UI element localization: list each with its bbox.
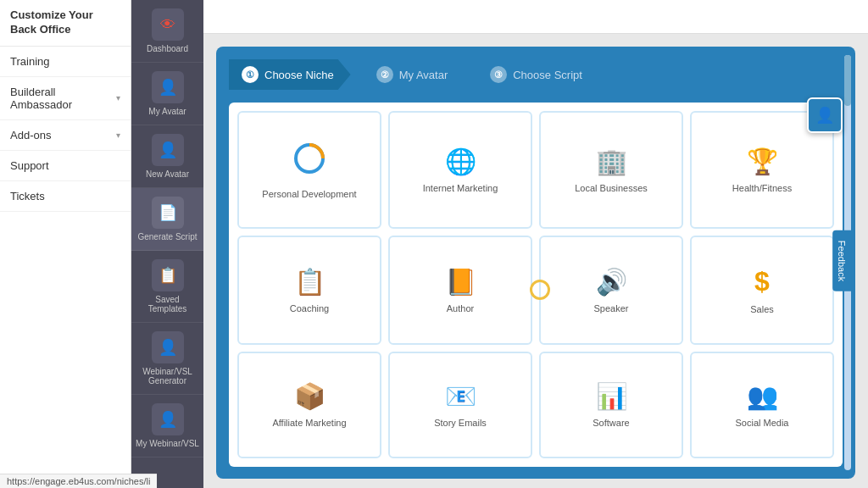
nav-label-my-avatar: My Avatar	[148, 107, 186, 116]
sidebar-header: Customize Your Back Office	[0, 0, 131, 47]
nav-label-generate-script: Generate Script	[137, 232, 197, 241]
story-emails-icon: 📧	[445, 381, 476, 411]
nav-label-webinar-vsl: Webinar/VSL Generator	[136, 367, 199, 385]
wizard-steps: ① Choose Niche ② My Avatar ③ Choose Scri…	[229, 59, 843, 90]
new-avatar-icon: 👤	[152, 134, 184, 166]
scrollbar-thumb[interactable]	[844, 55, 851, 106]
top-bar	[203, 0, 868, 34]
niche-card-internet-marketing[interactable]: 🌐 Internet Marketing	[388, 111, 532, 229]
local-businesses-icon: 🏢	[596, 147, 627, 176]
my-webinar-icon: 👤	[152, 403, 184, 435]
step-number-2: ②	[376, 66, 393, 83]
niche-label-story-emails: Story Emails	[434, 418, 487, 428]
niche-card-author[interactable]: 📙 Author	[388, 236, 532, 344]
chevron-down-icon: ▾	[116, 93, 120, 103]
nav-saved-templates[interactable]: 📋 Saved Templates	[131, 251, 203, 323]
niche-label-personal-development: Personal Development	[262, 189, 356, 199]
step-label-my-avatar: My Avatar	[399, 69, 448, 81]
webinar-generator-icon: 👤	[152, 331, 184, 363]
icon-navigation: 👁 Dashboard 👤 My Avatar 👤 New Avatar 📄 G…	[131, 0, 203, 488]
affiliate-marketing-icon: 📦	[294, 381, 326, 411]
avatar-floating-button[interactable]: 👤	[807, 97, 843, 133]
niche-label-sales: Sales	[750, 304, 774, 314]
nav-my-avatar[interactable]: 👤 My Avatar	[131, 63, 203, 125]
nav-label-new-avatar: New Avatar	[146, 169, 189, 179]
step-number-3: ③	[490, 66, 507, 83]
nav-new-avatar[interactable]: 👤 New Avatar	[131, 125, 203, 188]
sidebar-item-training[interactable]: Training	[0, 47, 131, 77]
niche-label-local-businesses: Local Businesses	[575, 183, 648, 193]
sidebar-item-support[interactable]: Support	[0, 151, 131, 181]
nav-dashboard[interactable]: 👁 Dashboard	[131, 0, 203, 63]
sidebar-label-training: Training	[10, 55, 49, 68]
niche-label-health-fitness: Health/Fitness	[732, 183, 792, 193]
nav-webinar-vsl-generator[interactable]: 👤 Webinar/VSL Generator	[131, 323, 203, 395]
step-label-choose-niche: Choose Niche	[264, 69, 334, 81]
coaching-icon: 📋	[294, 267, 326, 297]
feedback-tab[interactable]: Feedback	[832, 230, 851, 291]
niche-card-coaching[interactable]: 📋 Coaching	[237, 236, 381, 344]
nav-generate-script[interactable]: 📄 Generate Script	[131, 188, 203, 251]
sidebar-label-ambassador: Builderall Ambassador	[10, 86, 116, 111]
niche-card-personal-development[interactable]: Personal Development	[237, 111, 381, 229]
nav-my-webinar-vsl[interactable]: 👤 My Webinar/VSL	[131, 395, 203, 458]
speaker-icon: 🔊	[596, 267, 627, 297]
wizard-step-choose-niche[interactable]: ① Choose Niche	[229, 59, 351, 90]
sidebar-label-tickets: Tickets	[10, 190, 45, 202]
niche-card-local-businesses[interactable]: 🏢 Local Businesses	[539, 111, 683, 229]
niche-label-speaker: Speaker	[594, 303, 629, 313]
nav-label-saved-templates: Saved Templates	[136, 295, 199, 313]
content-wrapper: ① Choose Niche ② My Avatar ③ Choose Scri…	[203, 34, 868, 488]
sales-icon: $	[754, 266, 770, 297]
software-icon: 📊	[596, 381, 627, 411]
saved-templates-icon: 📋	[152, 259, 184, 291]
niche-label-coaching: Coaching	[290, 303, 329, 313]
wizard-step-my-avatar[interactable]: ② My Avatar	[351, 59, 465, 90]
chevron-down-icon: ▾	[116, 130, 120, 140]
internet-marketing-icon: 🌐	[445, 147, 476, 176]
author-icon: 📙	[445, 267, 476, 297]
sidebar-label-support: Support	[10, 159, 49, 172]
avatar-icon: 👤	[152, 71, 184, 103]
sidebar-label-addons: Add-ons	[10, 129, 51, 141]
url-bar: https://engage.eb4us.com/niches/li	[0, 474, 157, 488]
personal-development-icon	[292, 141, 326, 182]
niche-card-speaker[interactable]: 🔊 Speaker	[539, 236, 683, 344]
niche-card-story-emails[interactable]: 📧 Story Emails	[388, 352, 532, 458]
step-label-choose-script: Choose Script	[513, 69, 582, 81]
sidebar-item-addons[interactable]: Add-ons ▾	[0, 120, 131, 151]
sidebar-item-ambassador[interactable]: Builderall Ambassador ▾	[0, 77, 131, 120]
niche-card-software[interactable]: 📊 Software	[539, 352, 683, 458]
niche-label-affiliate-marketing: Affiliate Marketing	[272, 418, 346, 428]
health-fitness-icon: 🏆	[747, 147, 778, 176]
nav-label-my-webinar: My Webinar/VSL	[136, 439, 199, 448]
social-media-icon: 👥	[747, 381, 778, 411]
niche-label-internet-marketing: Internet Marketing	[423, 183, 498, 193]
main-content: ① Choose Niche ② My Avatar ③ Choose Scri…	[203, 0, 868, 488]
niche-label-software: Software	[593, 418, 629, 428]
niche-grid: Personal Development 🌐 Internet Marketin…	[237, 111, 834, 458]
niche-label-social-media: Social Media	[736, 418, 789, 428]
dashboard-icon: 👁	[152, 8, 184, 41]
niche-grid-container: Personal Development 🌐 Internet Marketin…	[229, 103, 843, 467]
niche-label-author: Author	[447, 303, 474, 313]
niche-card-affiliate-marketing[interactable]: 📦 Affiliate Marketing	[237, 352, 381, 458]
sidebar-item-tickets[interactable]: Tickets	[0, 181, 131, 212]
nav-label-dashboard: Dashboard	[147, 44, 188, 53]
step-number-1: ①	[242, 66, 259, 83]
niche-card-social-media[interactable]: 👥 Social Media	[690, 352, 834, 458]
left-sidebar: Customize Your Back Office Training Buil…	[0, 0, 131, 488]
niche-card-sales[interactable]: $ Sales	[690, 236, 834, 344]
generate-script-icon: 📄	[152, 197, 184, 229]
main-panel: ① Choose Niche ② My Avatar ③ Choose Scri…	[216, 47, 855, 479]
wizard-step-choose-script[interactable]: ③ Choose Script	[465, 59, 599, 90]
